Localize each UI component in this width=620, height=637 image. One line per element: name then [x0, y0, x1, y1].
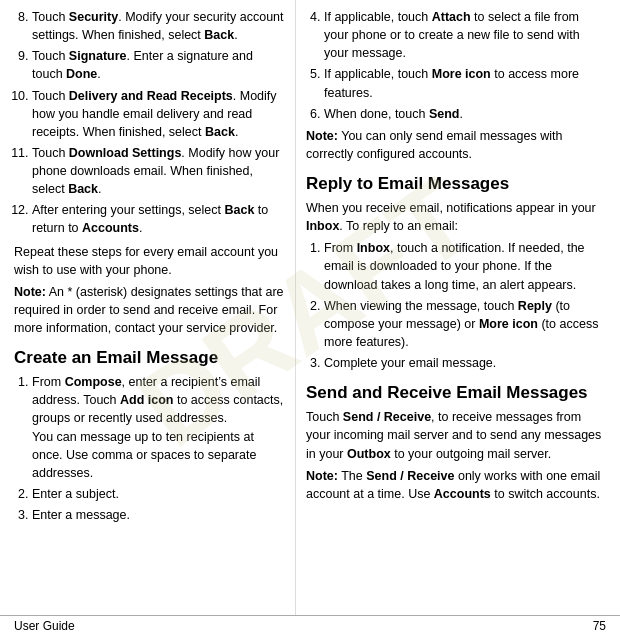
- bold-back-8: Back: [204, 28, 234, 42]
- bold-accounts-12: Accounts: [82, 221, 139, 235]
- bold-download: Download Settings: [69, 146, 182, 160]
- reply-item-1: From Inbox, touch a notification. If nee…: [324, 239, 606, 293]
- bold-signature: Signature: [69, 49, 127, 63]
- asterisk-note: Note: An * (asterisk) designates setting…: [14, 283, 285, 337]
- reply-heading: Reply to Email Messages: [306, 173, 606, 195]
- right-item-5: If applicable, touch More icon to access…: [324, 65, 606, 101]
- list-item-12: After entering your settings, select Bac…: [32, 201, 285, 237]
- bold-send-6: Send: [429, 107, 460, 121]
- footer-right: 75: [593, 618, 606, 635]
- bold-back-10: Back: [205, 125, 235, 139]
- bold-more-icon-5: More icon: [432, 67, 491, 81]
- bold-outbox: Outbox: [347, 447, 391, 461]
- content-area: Touch Security. Modify your security acc…: [0, 0, 620, 615]
- note-label-sr: Note:: [306, 469, 338, 483]
- bold-more-icon-2: More icon: [479, 317, 538, 331]
- create-item-1: From Compose, enter a recipient’s email …: [32, 373, 285, 482]
- left-numbered-list: Touch Security. Modify your security acc…: [14, 8, 285, 238]
- send-receive-note: Note: The Send / Receive only works with…: [306, 467, 606, 503]
- right-column: If applicable, touch Attach to select a …: [295, 0, 620, 615]
- send-note: Note: You can only send email messages w…: [306, 127, 606, 163]
- reply-intro: When you receive email, notifications ap…: [306, 199, 606, 235]
- reply-list: From Inbox, touch a notification. If nee…: [306, 239, 606, 372]
- bold-add-icon: Add icon: [120, 393, 173, 407]
- footer: User Guide 75: [0, 615, 620, 637]
- create-heading: Create an Email Message: [14, 347, 285, 369]
- reply-item-2: When viewing the message, touch Reply (t…: [324, 297, 606, 351]
- right-item-6: When done, touch Send.: [324, 105, 606, 123]
- repeat-note: Repeat these steps for every email accou…: [14, 243, 285, 279]
- note-label-send: Note:: [306, 129, 338, 143]
- create-item-2: Enter a subject.: [32, 485, 285, 503]
- bold-back-12: Back: [224, 203, 254, 217]
- bold-delivery: Delivery and Read Receipts: [69, 89, 233, 103]
- left-column: Touch Security. Modify your security acc…: [0, 0, 295, 615]
- list-item-8: Touch Security. Modify your security acc…: [32, 8, 285, 44]
- list-item-10: Touch Delivery and Read Receipts. Modify…: [32, 87, 285, 141]
- bold-attach: Attach: [432, 10, 471, 24]
- reply-item-3: Complete your email message.: [324, 354, 606, 372]
- bold-compose: Compose: [65, 375, 122, 389]
- bold-back-11: Back: [68, 182, 98, 196]
- create-list: From Compose, enter a recipient’s email …: [14, 373, 285, 524]
- send-receive-intro: Touch Send / Receive, to receive message…: [306, 408, 606, 462]
- bold-accounts-note: Accounts: [434, 487, 491, 501]
- bold-inbox-intro: Inbox: [306, 219, 339, 233]
- create-item-3: Enter a message.: [32, 506, 285, 524]
- bold-reply: Reply: [518, 299, 552, 313]
- list-item-9: Touch Signature. Enter a signature and t…: [32, 47, 285, 83]
- bold-security: Security: [69, 10, 118, 24]
- page-container: Touch Security. Modify your security acc…: [0, 0, 620, 637]
- list-item-11: Touch Download Settings. Modify how your…: [32, 144, 285, 198]
- bold-inbox-1: Inbox: [357, 241, 390, 255]
- right-item-4: If applicable, touch Attach to select a …: [324, 8, 606, 62]
- note-label-asterisk: Note:: [14, 285, 46, 299]
- compose-sub-text: You can message up to ten recipients at …: [32, 430, 256, 480]
- right-numbered-list-top: If applicable, touch Attach to select a …: [306, 8, 606, 123]
- footer-left: User Guide: [14, 618, 75, 635]
- bold-send-receive-note: Send / Receive: [366, 469, 454, 483]
- bold-done: Done: [66, 67, 97, 81]
- send-receive-heading: Send and Receive Email Messages: [306, 382, 606, 404]
- bold-send-receive: Send / Receive: [343, 410, 431, 424]
